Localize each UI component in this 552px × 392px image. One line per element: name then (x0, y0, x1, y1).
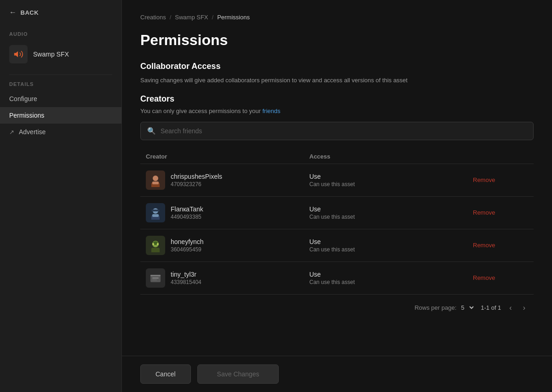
creators-title: Creators (140, 94, 534, 104)
breadcrumb: Creations / Swamp SFX / Permissions (140, 14, 534, 21)
svg-rect-17 (150, 275, 161, 276)
access-cell-1: Use Can use this asset (310, 173, 473, 187)
creator-id-3: 3604695459 (171, 246, 204, 253)
audio-section-label: AUDIO (0, 25, 121, 40)
pagination: Rows per page: 5 10 25 1-1 of 1 ‹ › (140, 295, 534, 316)
remove-button-1[interactable]: Remove (473, 176, 528, 183)
creator-cell-2: FlanкaTank 4490493385 (146, 203, 310, 222)
creator-name-3: honeyfynch (171, 238, 204, 245)
svg-rect-18 (152, 278, 159, 278)
cancel-button[interactable]: Cancel (140, 364, 191, 384)
creator-id-4: 4339815404 (171, 279, 201, 285)
audio-name: Swamp SFX (33, 51, 69, 58)
sidebar-item-advertise[interactable]: ↗ Advertise (0, 124, 121, 140)
breadcrumb-current: Permissions (217, 14, 250, 21)
access-cell-3: Use Can use this asset (310, 238, 473, 253)
access-desc-3: Can use this asset (310, 246, 473, 253)
creator-info-4: tiny_tyl3r 4339815404 (171, 271, 201, 285)
configure-label: Configure (9, 95, 37, 102)
access-type-4: Use (310, 271, 473, 278)
remove-button-3[interactable]: Remove (473, 242, 528, 249)
external-link-icon: ↗ (9, 129, 14, 136)
col-access: Access (310, 153, 473, 160)
breadcrumb-sep-1: / (170, 14, 172, 21)
svg-point-14 (157, 243, 159, 245)
access-type-3: Use (310, 238, 473, 245)
back-arrow-icon: ← (9, 8, 17, 17)
svg-rect-7 (152, 214, 159, 217)
sidebar: ← BACK AUDIO Swamp SFX DETAILS Configure… (0, 0, 122, 392)
sidebar-item-permissions[interactable]: Permissions (0, 107, 121, 124)
creators-table: Creator Access chrisp (140, 149, 534, 316)
creator-id-1: 4709323276 (171, 181, 222, 187)
creator-info-3: honeyfynch 3604695459 (171, 238, 204, 253)
access-desc-4: Can use this asset (310, 279, 473, 285)
access-type-2: Use (310, 205, 473, 213)
avatar-1 (146, 170, 165, 190)
main-inner: Creations / Swamp SFX / Permissions Perm… (122, 0, 552, 356)
avatar-3 (146, 236, 165, 255)
avatar-2 (146, 203, 165, 222)
table-row: honeyfynch 3604695459 Use Can use this a… (140, 229, 534, 262)
creator-cell-4: tiny_tyl3r 4339815404 (146, 268, 310, 288)
rows-per-page-select[interactable]: 5 10 25 (459, 304, 475, 312)
breadcrumb-swamp-sfx[interactable]: Swamp SFX (175, 14, 208, 21)
page-info: 1-1 of 1 (481, 304, 501, 311)
creator-name-4: tiny_tyl3r (171, 271, 201, 278)
next-page-button[interactable]: › (520, 302, 528, 314)
table-row: tiny_tyl3r 4339815404 Use Can use this a… (140, 262, 534, 295)
creator-cell-3: honeyfynch 3604695459 (146, 236, 310, 255)
collaborator-section-title: Collaborator Access (140, 62, 534, 71)
page-title: Permissions (140, 32, 534, 49)
creators-desc-prefix: You can only give access permissions to … (140, 108, 262, 114)
creator-info-2: FlanкaTank 4490493385 (171, 205, 203, 220)
audio-icon (9, 45, 28, 63)
search-box: 🔍 (140, 122, 534, 140)
creator-name-1: chrispushesPixels (171, 173, 222, 180)
access-cell-2: Use Can use this asset (310, 205, 473, 220)
avatar-4 (146, 268, 165, 288)
access-type-1: Use (310, 173, 473, 180)
advertise-label: Advertise (19, 128, 46, 136)
footer: Cancel Save Changes (122, 356, 552, 392)
search-icon: 🔍 (147, 127, 156, 135)
access-desc-2: Can use this asset (310, 214, 473, 220)
back-label: BACK (21, 9, 39, 16)
main-content: Creations / Swamp SFX / Permissions Perm… (122, 0, 552, 392)
creator-cell-1: chrispushesPixels 4709323276 (146, 170, 310, 190)
svg-rect-19 (152, 279, 157, 280)
access-desc-1: Can use this asset (310, 181, 473, 187)
breadcrumb-sep-2: / (212, 14, 214, 21)
svg-point-13 (152, 243, 154, 245)
svg-point-1 (153, 176, 158, 181)
rows-per-page-label: Rows per page: (414, 304, 456, 311)
creator-info-1: chrispushesPixels 4709323276 (171, 173, 222, 187)
sidebar-item-configure[interactable]: Configure (0, 91, 121, 107)
creators-desc: You can only give access permissions to … (140, 108, 534, 114)
svg-rect-12 (151, 248, 160, 252)
breadcrumb-creations[interactable]: Creations (140, 14, 166, 21)
prev-page-button[interactable]: ‹ (506, 302, 514, 314)
remove-button-4[interactable]: Remove (473, 274, 528, 281)
search-input[interactable] (161, 127, 527, 135)
creator-name-2: FlanкaTank (171, 205, 203, 213)
svg-rect-8 (151, 210, 160, 211)
collaborator-section-desc: Saving changes will give added collabora… (140, 76, 534, 85)
col-creator: Creator (146, 153, 310, 160)
permissions-label: Permissions (9, 112, 44, 119)
creator-id-2: 4490493385 (171, 214, 203, 220)
remove-button-2[interactable]: Remove (473, 209, 528, 216)
table-row: FlanкaTank 4490493385 Use Can use this a… (140, 197, 534, 229)
rows-per-page: Rows per page: 5 10 25 (414, 304, 475, 312)
friends-link[interactable]: friends (262, 108, 280, 114)
audio-item[interactable]: Swamp SFX (0, 40, 121, 68)
table-row: chrispushesPixels 4709323276 Use Can use… (140, 164, 534, 197)
details-label: DETAILS (0, 81, 121, 91)
svg-rect-3 (152, 182, 159, 184)
sidebar-divider (9, 74, 112, 75)
save-button[interactable]: Save Changes (197, 364, 279, 384)
back-button[interactable]: ← BACK (0, 0, 121, 25)
access-cell-4: Use Can use this asset (310, 271, 473, 285)
table-header: Creator Access (140, 149, 534, 164)
